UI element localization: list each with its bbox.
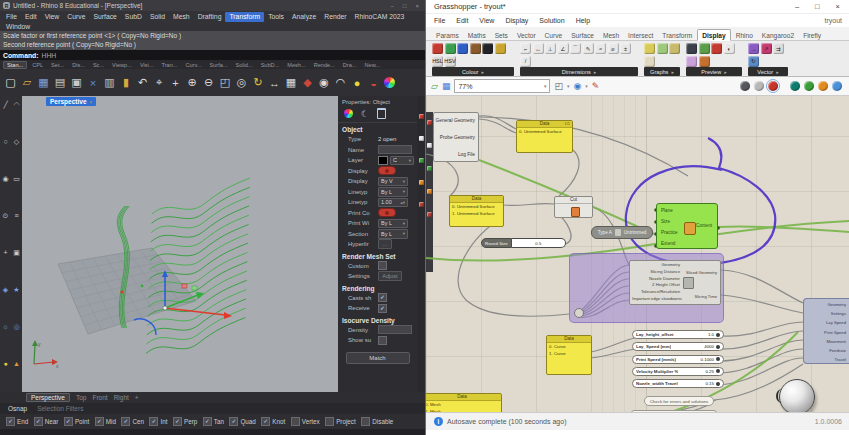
sidebar-tool-icon[interactable]: ⊙ (1, 211, 11, 220)
viewport-title-tab[interactable]: Perspective ▾ (46, 97, 96, 106)
checkbox[interactable] (64, 417, 73, 426)
component-icon[interactable] (686, 56, 697, 67)
checkbox[interactable] (229, 417, 238, 426)
zoom-level-combo[interactable]: 77% ▾ (454, 79, 550, 93)
rhino-menu-item[interactable]: Curve (63, 12, 89, 22)
slider-knob[interactable] (716, 357, 720, 361)
osnap-checkbox-item[interactable]: Quad (229, 417, 255, 426)
dock-panel-icon[interactable] (419, 136, 424, 141)
dock-panel-icon[interactable] (427, 143, 432, 148)
perspective-viewport[interactable]: x y Perspective ▾ (22, 96, 338, 392)
toolbar-tab[interactable]: Surfa... (206, 62, 230, 68)
preview-mode-icon[interactable] (740, 81, 750, 91)
toolbar-tab[interactable]: Rende... (311, 62, 338, 68)
component-icon[interactable]: ∠ (558, 43, 569, 54)
toolbar-tab[interactable]: Sc... (90, 62, 107, 68)
component-icon[interactable] (699, 43, 710, 54)
show-surface-checkbox[interactable] (378, 336, 387, 345)
toolbar-icon[interactable]: ◆ (301, 76, 314, 89)
sidebar-tool-icon[interactable]: ◇ (12, 137, 22, 146)
osnap-checkbox-item[interactable]: Vertex (291, 417, 320, 426)
osnap-checkbox-item[interactable]: Project (325, 417, 356, 426)
rhino-menu-item[interactable]: SubD (121, 12, 146, 22)
component-icon[interactable] (644, 56, 655, 67)
window-control-button[interactable]: □ (815, 2, 820, 11)
toolbar-icon[interactable]: ▢ (4, 76, 17, 89)
checkbox[interactable] (6, 417, 15, 426)
ribbon-group-label[interactable]: Colour▸ (432, 67, 514, 76)
rhino-menu-item[interactable]: View (41, 12, 64, 22)
casts-shadows-checkbox[interactable] (378, 293, 387, 302)
toolbar-icon[interactable]: ⊖ (202, 76, 215, 89)
window-control-button[interactable]: × (415, 3, 419, 9)
component-tab[interactable]: Vector (513, 30, 540, 40)
osnap-checkbox-item[interactable]: Near (34, 417, 59, 426)
ribbon-group-label[interactable]: Vector▸ (748, 67, 788, 76)
type-capsule-node[interactable]: Type A Untrimmed (591, 226, 653, 239)
osnap-checkbox-item[interactable]: Knot (261, 417, 285, 426)
toolbar-icon[interactable]: ↶ (136, 76, 149, 89)
check-capsule[interactable]: Check for errors and solutions (644, 396, 714, 406)
preview-mode-icon[interactable] (818, 81, 828, 91)
component-tab[interactable]: Intersect (624, 30, 657, 40)
checkbox[interactable] (173, 417, 182, 426)
display-mode-icon[interactable]: ☾ (361, 109, 369, 119)
toolbar-icon[interactable]: ↻ (252, 76, 265, 89)
grasshopper-menu-item[interactable]: Solution (539, 17, 564, 24)
component-icon[interactable]: ✎ (583, 43, 594, 54)
component-tab[interactable]: Mesh (599, 30, 623, 40)
cut-component[interactable]: Cut (554, 196, 593, 218)
osnap-checkbox-item[interactable]: Tan (203, 417, 224, 426)
ribbon-group-label[interactable]: Preview▸ (686, 67, 742, 76)
toolbar-icon[interactable]: ▤ (54, 76, 67, 89)
number-slider[interactable]: Lay_height_offset 1.0 (632, 330, 724, 339)
save-file-icon[interactable]: ▦ (442, 81, 451, 91)
osnap-checkbox-item[interactable]: End (6, 417, 28, 426)
rhino-menu-item[interactable]: File (2, 12, 21, 22)
slider-knob[interactable] (716, 345, 720, 349)
rhino-title-bar[interactable]: R Untitled - Rhino 8 Educational - [Pers… (0, 0, 425, 11)
toolbar-icon[interactable]: ◒ (367, 76, 380, 89)
component-icon[interactable]: ≈ (595, 43, 606, 54)
number-slider[interactable]: Velocity Multiplier % 0.25 (632, 367, 724, 376)
dock-panel-icon[interactable] (427, 120, 432, 125)
trash-icon[interactable] (377, 108, 386, 119)
viewport-tab[interactable]: Right (114, 394, 129, 401)
rhino-menu-item[interactable]: Render (320, 12, 350, 22)
sidebar-tool-icon[interactable]: ≡ (12, 211, 22, 220)
checkbox[interactable] (291, 417, 300, 426)
sidebar-tool-icon[interactable]: ▣ (12, 248, 22, 257)
preview-mode-icon[interactable] (804, 81, 814, 91)
sidebar-tool-icon[interactable]: ╱ (1, 100, 11, 109)
slider-knob[interactable] (716, 382, 720, 386)
checkbox[interactable] (261, 417, 270, 426)
custom-checkbox[interactable] (378, 261, 387, 270)
slicer-component[interactable]: GeometrySlicing DistanceNozzle DiameterZ… (629, 260, 721, 305)
osnap-checkbox-item[interactable]: Cen (121, 417, 144, 426)
preview-eye-icon[interactable]: ◉ (573, 81, 581, 91)
toolbar-tab[interactable]: Dra... (340, 62, 360, 68)
document-selector[interactable]: tryout (824, 17, 849, 24)
toolbar-tab[interactable]: Viewp... (109, 62, 135, 68)
slider-knob[interactable] (716, 369, 720, 373)
toolbar-tab[interactable]: Stan... (3, 61, 27, 69)
status-tab[interactable]: Osnap (8, 405, 27, 412)
toolbar-icon[interactable]: × (87, 76, 100, 89)
component-icon[interactable] (644, 43, 655, 54)
toolbar-tab[interactable]: Set... (48, 62, 67, 68)
component-tab[interactable]: Sets (491, 30, 512, 40)
component-tab[interactable]: Rhino (732, 30, 757, 40)
rhino-menu-item[interactable]: Drafting (194, 12, 226, 22)
layer-color-swatch[interactable] (378, 156, 388, 165)
osnap-checkbox-item[interactable]: Perp (173, 417, 197, 426)
hyperlink-button[interactable]: ... (378, 239, 392, 249)
toolbar-icon[interactable]: ↔ (268, 76, 281, 89)
component-icon[interactable]: ⌐ (520, 43, 531, 54)
sidebar-tool-icon[interactable]: ★ (12, 285, 22, 294)
toolbar-icon[interactable]: ▥ (103, 76, 116, 89)
dock-panel-icon[interactable] (427, 189, 432, 194)
toolbar-tab[interactable]: Tran... (158, 62, 180, 68)
number-slider[interactable]: Lay_Speed (mm) 4000 (632, 342, 724, 351)
number-slider[interactable]: Print Speed (mm/s) 0.1000 (632, 355, 724, 364)
zoom-extents-icon[interactable]: ◰ (554, 81, 563, 91)
